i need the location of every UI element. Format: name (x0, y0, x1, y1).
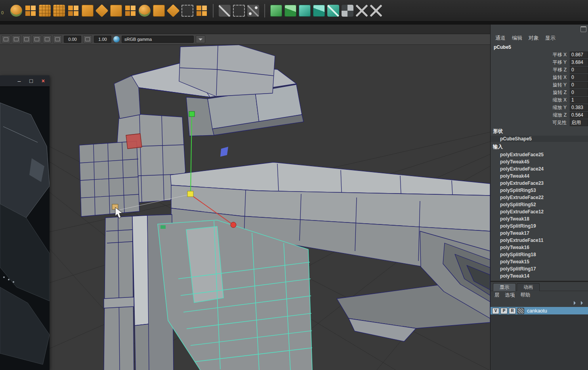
cube-stack-icon[interactable] (67, 5, 79, 17)
layer-row[interactable]: V P R cankaotu (491, 307, 588, 314)
layer-order-icon[interactable] (581, 301, 585, 305)
cross-tool-icon[interactable] (356, 5, 368, 17)
x-axis-end[interactable] (231, 222, 236, 228)
diamond-pair-icon[interactable] (166, 4, 179, 17)
layer-editor-tab[interactable]: 显示 (493, 283, 516, 291)
layer-menu[interactable]: 层 (494, 292, 500, 299)
input-node[interactable]: polyTweak44 (491, 173, 588, 180)
input-node[interactable]: polyExtrudeFace25 (491, 151, 588, 158)
selection-frame-icon[interactable] (181, 5, 193, 17)
exposure-field[interactable]: 0.00 (64, 36, 81, 43)
channel-attr-row: 旋转 Z0 (491, 89, 588, 96)
layer-menu[interactable]: 选项 (505, 292, 515, 299)
input-node[interactable]: polyExtrudeFace22 (491, 194, 588, 201)
layer-editor-tab[interactable]: 动画 (517, 283, 540, 291)
cube-cluster-icon[interactable] (25, 5, 36, 17)
channel-attr-label: 旋转 Z (491, 89, 570, 96)
input-node[interactable]: polySplitRing52 (491, 201, 588, 208)
green-face-cube-icon[interactable] (284, 5, 296, 17)
teal-curve-arrow-icon[interactable] (327, 5, 339, 17)
dotted-cubes-icon[interactable] (39, 5, 51, 17)
y-axis-end[interactable] (189, 111, 195, 117)
input-node[interactable]: polyTweak45 (491, 158, 588, 165)
input-node[interactable]: polyTweak16 (491, 244, 588, 251)
wire-cube-icon[interactable] (110, 5, 122, 17)
select-cursor-icon[interactable] (2, 35, 10, 43)
channel-attr-value[interactable]: 0 (570, 82, 588, 88)
viewport-canvas[interactable] (0, 45, 490, 370)
gamma-icon[interactable] (83, 35, 92, 43)
input-node[interactable]: polyExtrudeFace23 (491, 180, 588, 187)
channel-tab[interactable]: 通道 (495, 35, 506, 42)
reference-window-titlebar[interactable]: – □ × (0, 75, 50, 87)
channel-tab[interactable]: 显示 (545, 35, 556, 42)
channel-attr-value[interactable]: 0.383 (570, 104, 588, 111)
cube-export-icon[interactable] (153, 5, 165, 17)
channel-attr-value[interactable]: 0 (570, 67, 588, 73)
refresh-icon[interactable] (53, 35, 62, 43)
input-node[interactable]: polySplitRing17 (491, 265, 588, 272)
snap-together-icon[interactable] (12, 35, 21, 43)
colorspace-icon[interactable] (113, 36, 120, 42)
input-node[interactable]: polyTweak17 (491, 230, 588, 237)
grid-cube-icon[interactable] (53, 5, 65, 17)
layer-order-icon[interactable] (574, 301, 578, 305)
layer-name[interactable]: cankaotu (525, 308, 547, 314)
screen-grab-icon[interactable] (43, 35, 52, 43)
channel-attr-label: 平移 Y (491, 59, 570, 66)
layer-visible-toggle[interactable]: V (492, 308, 499, 314)
reference-image-window[interactable]: – □ × (0, 75, 50, 370)
selected-face[interactable] (126, 134, 142, 149)
layer-list-empty-area[interactable] (491, 314, 588, 370)
input-node[interactable]: polySplitRing19 (491, 222, 588, 230)
paste-object-icon[interactable] (32, 35, 41, 43)
channel-attr-value[interactable]: 1 (570, 97, 588, 104)
layer-menu[interactable]: 帮助 (521, 292, 531, 299)
channel-attr-value[interactable]: 3.684 (570, 59, 588, 66)
channel-attr-value[interactable]: 0.564 (570, 112, 588, 119)
checker-cube-icon[interactable] (342, 5, 353, 17)
teal-cube-icon[interactable] (299, 5, 311, 17)
minimize-button[interactable]: – (18, 78, 21, 84)
input-node[interactable]: polyTweak15 (491, 258, 588, 265)
input-node[interactable]: polySplitRing53 (491, 187, 588, 194)
gamma-field[interactable]: 1.00 (94, 36, 111, 43)
channel-attr-value[interactable]: 0.867 (570, 52, 588, 58)
layer-color-swatch[interactable] (517, 308, 524, 314)
viewport-panel[interactable]: 0.00 1.00 sRGB gamma (0, 25, 490, 370)
green-cube-icon[interactable] (270, 5, 282, 17)
maximize-button[interactable]: □ (29, 78, 32, 84)
input-node[interactable]: polyTweak14 (491, 272, 588, 280)
shape-node-name[interactable]: pCubeShape5 (491, 136, 588, 142)
scissors-tool-icon[interactable] (370, 5, 382, 17)
colorspace-field[interactable]: sRGB gamma (122, 36, 194, 43)
input-node[interactable]: polyExtrudeFace11 (491, 237, 588, 244)
channel-tab[interactable]: 对象 (529, 35, 539, 42)
layer-render-toggle[interactable]: R (509, 308, 516, 314)
selection-marquee-icon[interactable] (233, 5, 245, 17)
channel-tab[interactable]: 编辑 (512, 35, 522, 42)
center-handle[interactable] (187, 191, 193, 197)
channel-box-panel: 通道编辑对象显示 pCube5 平移 X0.867平移 Y3.684平移 Z0旋… (490, 25, 588, 281)
input-node[interactable]: polyTweak18 (491, 215, 588, 222)
close-button[interactable]: × (42, 78, 45, 84)
edit-points-icon[interactable] (247, 5, 259, 17)
cube-arrow-icon[interactable] (82, 5, 94, 17)
double-diamond-icon[interactable] (95, 4, 108, 17)
input-node[interactable]: polyExtrudeFace24 (491, 165, 588, 173)
copy-object-icon[interactable] (22, 35, 31, 43)
input-node[interactable]: polyExtrudeFace12 (491, 208, 588, 215)
layer-playback-toggle[interactable]: P (500, 308, 508, 314)
sphere-grid-icon[interactable] (139, 5, 151, 17)
input-node[interactable]: polySplitRing18 (491, 251, 588, 258)
colorspace-dropdown-button[interactable] (196, 35, 205, 43)
channel-attr-value[interactable]: 0 (570, 74, 588, 81)
cube-group-icon[interactable] (124, 5, 136, 17)
cube-plus-icon[interactable] (196, 5, 208, 17)
poly-sphere-icon[interactable] (10, 5, 22, 17)
edit-curve-icon[interactable] (219, 5, 231, 17)
panel-menu-icon[interactable] (580, 26, 586, 32)
channel-attr-value[interactable]: 0 (570, 89, 588, 96)
channel-attr-value[interactable]: 启用 (570, 119, 588, 126)
teal-vertex-cube-icon[interactable] (313, 5, 325, 17)
